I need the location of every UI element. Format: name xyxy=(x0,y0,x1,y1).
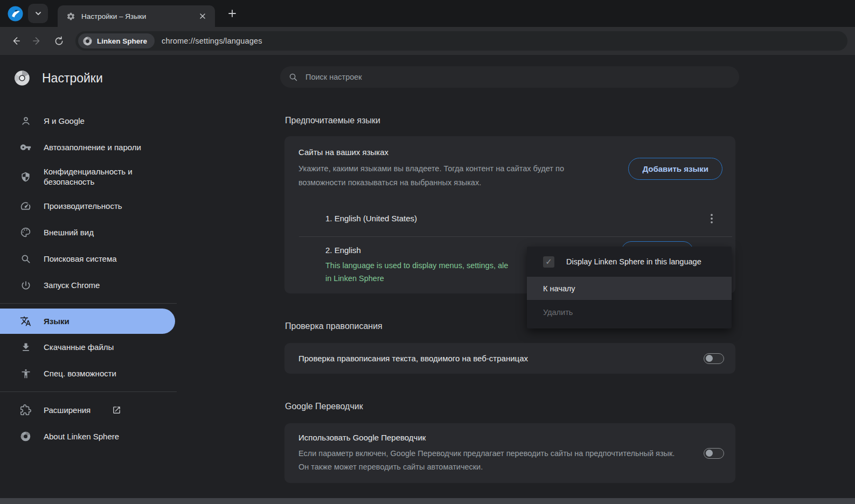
translate-card-title: Использовать Google Переводчик xyxy=(298,433,684,442)
translate-icon xyxy=(20,316,31,327)
spellcheck-card: Проверка правописания текста, вводимого … xyxy=(284,343,735,374)
new-tab-button[interactable] xyxy=(224,5,241,22)
reload-button[interactable] xyxy=(50,32,68,50)
toolbar: Linken Sphere chrome://settings/language… xyxy=(0,27,855,55)
menu-item-display-language[interactable]: ✓ Display Linken Sphere in this language xyxy=(527,247,732,277)
power-icon xyxy=(20,279,31,291)
sidebar-item-label: About Linken Sphere xyxy=(44,431,119,442)
google-translate-toggle[interactable] xyxy=(704,448,724,459)
menu-item-remove-disabled: Удалить xyxy=(527,300,732,325)
browser-logo-icon xyxy=(82,36,93,46)
sidebar-item-privacy[interactable]: Конфиденциальность и безопасность xyxy=(0,160,175,193)
forward-button[interactable] xyxy=(28,32,46,50)
sidebar-item-you-and-google[interactable]: Я и Google xyxy=(0,108,175,134)
palette-icon xyxy=(20,227,31,238)
spellcheck-toggle[interactable] xyxy=(704,353,724,364)
window-bottom-edge xyxy=(0,498,855,504)
settings-content: Предпочитаемые языки Сайты на ваших язык… xyxy=(178,55,855,498)
sidebar-item-label: Языки xyxy=(44,316,69,326)
forward-arrow-icon xyxy=(32,36,43,46)
language-label: 1. English (United States) xyxy=(325,214,417,223)
sidebar-item-startup[interactable]: Запуск Chrome xyxy=(0,272,175,298)
speedometer-icon xyxy=(20,200,31,212)
sidebar-item-about[interactable]: About Linken Sphere xyxy=(0,423,175,450)
accessibility-icon xyxy=(20,368,31,379)
language-context-menu: ✓ Display Linken Sphere in this language… xyxy=(527,247,732,328)
search-icon xyxy=(20,253,31,264)
section-title-preferred-languages: Предпочитаемые языки xyxy=(285,116,855,125)
sidebar-item-label: Конфиденциальность и безопасность xyxy=(44,166,156,187)
external-link-icon xyxy=(112,405,121,415)
back-button[interactable] xyxy=(6,32,25,50)
sidebar-divider xyxy=(0,391,177,392)
sidebar-divider xyxy=(0,303,177,304)
close-icon xyxy=(199,13,206,19)
sidebar-item-performance[interactable]: Производительность xyxy=(0,193,175,219)
settings-logo-icon xyxy=(14,70,30,86)
person-icon xyxy=(20,115,31,127)
search-input[interactable] xyxy=(304,72,731,82)
reload-icon xyxy=(54,36,64,46)
url-text: chrome://settings/languages xyxy=(162,37,262,45)
tab-strip: Настройки – Языки xyxy=(0,0,855,27)
languages-card-title: Сайты на ваших языках xyxy=(298,148,612,157)
settings-sidebar: Настройки Я и Google Автозаполнение и па… xyxy=(0,55,178,498)
sidebar-item-accessibility[interactable]: Спец. возможности xyxy=(0,360,175,387)
page-title: Настройки xyxy=(42,71,103,86)
sidebar-item-label: Внешний вид xyxy=(44,227,94,237)
sidebar-item-label: Скачанные файлы xyxy=(44,342,114,352)
sidebar-item-downloads[interactable]: Скачанные файлы xyxy=(0,334,175,360)
settings-search[interactable] xyxy=(280,66,739,88)
sidebar-item-label: Автозаполнение и пароли xyxy=(44,142,141,152)
sidebar-item-extensions[interactable]: Расширения xyxy=(0,397,175,423)
language-row-english-us[interactable]: 1. English (United States) xyxy=(299,200,732,236)
toggle-knob xyxy=(706,450,713,457)
add-languages-button[interactable]: Добавить языки xyxy=(628,158,722,180)
menu-item-move-to-top[interactable]: К началу xyxy=(527,277,732,300)
toggle-knob xyxy=(706,355,713,362)
sidebar-header: Настройки xyxy=(0,66,178,90)
site-badge[interactable]: Linken Sphere xyxy=(78,33,155,48)
address-bar[interactable]: Linken Sphere chrome://settings/language… xyxy=(75,31,847,51)
menu-item-label: К началу xyxy=(543,284,575,293)
google-translate-card: Использовать Google Переводчик Если пара… xyxy=(284,423,735,483)
download-icon xyxy=(20,341,31,353)
sidebar-item-label: Спец. возможности xyxy=(44,368,116,379)
key-icon xyxy=(20,142,31,153)
tab-title: Настройки – Языки xyxy=(81,12,197,20)
browser-window: Настройки – Языки xyxy=(0,0,855,504)
browser-logo-icon xyxy=(20,431,31,442)
search-icon xyxy=(289,73,298,82)
translate-card-description: Если параметр включен, Google Переводчик… xyxy=(298,447,684,473)
kebab-menu-icon xyxy=(711,214,713,223)
chevron-down-icon xyxy=(34,10,42,17)
sidebar-item-autofill[interactable]: Автозаполнение и пароли xyxy=(0,134,175,160)
languages-card-description: Укажите, какими языками вы владеете. Тог… xyxy=(298,162,592,190)
back-arrow-icon xyxy=(10,36,21,46)
tab-search-button[interactable] xyxy=(28,4,48,23)
menu-item-label: Удалить xyxy=(543,308,573,317)
languages-card-header: Сайты на ваших языках Укажите, какими яз… xyxy=(284,136,735,195)
sidebar-item-appearance[interactable]: Внешний вид xyxy=(0,219,175,246)
section-title-google-translate: Google Переводчик xyxy=(285,402,855,411)
sidebar-item-languages[interactable]: Языки xyxy=(0,309,175,334)
gear-icon xyxy=(66,12,75,21)
tab-settings-languages[interactable]: Настройки – Языки xyxy=(58,5,215,27)
linken-sphere-logo-icon xyxy=(8,6,23,22)
tab-close-button[interactable] xyxy=(197,10,208,22)
sidebar-item-label: Расширения xyxy=(44,405,91,415)
sidebar-item-label: Я и Google xyxy=(44,116,85,126)
spellcheck-toggle-label: Проверка правописания текста, вводимого … xyxy=(298,354,704,363)
more-actions-button[interactable] xyxy=(704,211,719,226)
shield-icon xyxy=(20,171,31,183)
site-badge-label: Linken Sphere xyxy=(97,37,147,45)
sidebar-item-label: Поисковая система xyxy=(44,254,117,264)
puzzle-icon xyxy=(20,404,31,416)
plus-icon xyxy=(228,9,237,18)
sidebar-item-search-engine[interactable]: Поисковая система xyxy=(0,246,175,272)
menu-item-label: Display Linken Sphere in this language xyxy=(566,257,701,266)
sidebar-item-label: Запуск Chrome xyxy=(44,280,100,290)
checked-checkbox-icon[interactable]: ✓ xyxy=(543,256,554,268)
sidebar-item-label: Производительность xyxy=(44,201,122,211)
